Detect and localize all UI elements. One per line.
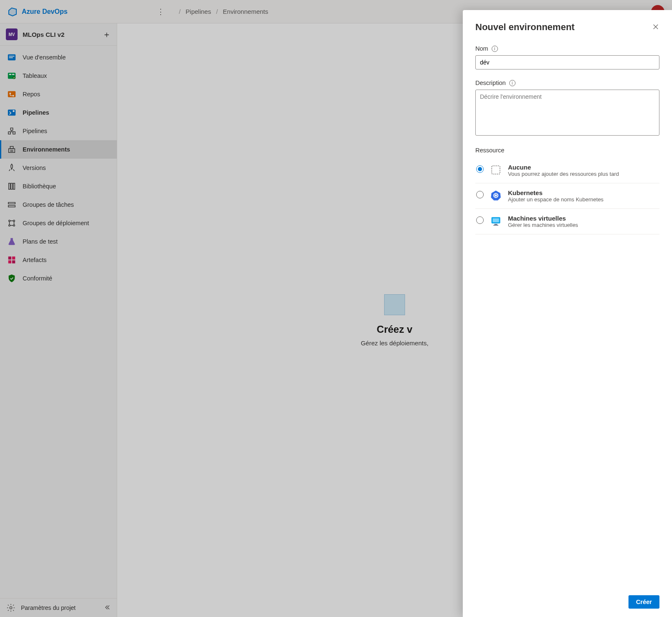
sidebar-item-overview[interactable]: Vue d'ensemble xyxy=(0,48,117,67)
main-subtitle: Gérez les déploiements, xyxy=(361,339,428,347)
taskgroups-icon xyxy=(7,200,17,210)
sidebar-item-pipelines-sub[interactable]: Pipelines xyxy=(0,122,117,140)
svg-rect-1 xyxy=(9,56,15,57)
library-icon xyxy=(7,181,17,191)
svg-rect-18 xyxy=(11,183,13,190)
brand-label: Azure DevOps xyxy=(22,8,67,15)
sidebar-item-pipelines[interactable]: Pipelines xyxy=(0,103,117,122)
pipelines-subnav: Pipelines Environnements Versions xyxy=(0,122,117,232)
resource-label: Ressource xyxy=(475,147,659,154)
radio-kubernetes[interactable] xyxy=(476,191,484,198)
breadcrumb: / Pipelines / Environnements xyxy=(179,8,268,15)
breadcrumb-pipelines[interactable]: Pipelines xyxy=(186,8,211,15)
radio-vm[interactable] xyxy=(476,216,484,224)
info-icon[interactable]: i xyxy=(509,80,516,86)
svg-rect-2 xyxy=(9,57,13,58)
environments-hero-icon xyxy=(384,294,405,315)
svg-rect-5 xyxy=(12,74,14,75)
description-label: Description xyxy=(475,80,506,86)
vm-icon xyxy=(490,215,502,227)
breadcrumb-sep: / xyxy=(216,8,218,15)
close-panel-button[interactable] xyxy=(652,23,659,32)
resource-subtitle: Vous pourrez ajouter des ressources plus… xyxy=(508,171,619,177)
svg-rect-36 xyxy=(495,224,498,225)
breadcrumb-environments[interactable]: Environnements xyxy=(223,8,268,15)
brand[interactable]: Azure DevOps xyxy=(8,7,67,17)
pipelines-sub-icon xyxy=(7,126,17,136)
resource-title: Aucune xyxy=(508,164,619,171)
sidebar-item-test[interactable]: Plans de test xyxy=(0,232,117,251)
resource-subtitle: Ajouter un espace de noms Kubernetes xyxy=(508,196,603,203)
nav-list: Vue d'ensemble Tableaux Repos Pipelines xyxy=(0,46,117,598)
project-settings[interactable]: Paramètres du projet xyxy=(0,598,117,617)
sidebar-item-environments[interactable]: Environnements xyxy=(0,140,117,159)
name-input[interactable] xyxy=(475,55,659,69)
svg-rect-37 xyxy=(493,225,498,226)
svg-rect-15 xyxy=(9,149,15,152)
svg-point-11 xyxy=(13,110,15,112)
sidebar-item-label: Vue d'ensemble xyxy=(23,54,66,61)
resource-title: Machines virtuelles xyxy=(508,215,578,222)
svg-rect-26 xyxy=(8,257,11,260)
sidebar-item-deploygroups[interactable]: Groupes de déploiement xyxy=(0,214,117,232)
svg-rect-10 xyxy=(8,110,15,116)
svg-rect-21 xyxy=(8,206,15,207)
environments-icon xyxy=(7,144,17,154)
svg-rect-31 xyxy=(492,166,500,174)
resource-subtitle: Gérer les machines virtuelles xyxy=(508,222,578,228)
resource-list: Aucune Vous pourrez ajouter des ressourc… xyxy=(475,158,659,234)
svg-point-8 xyxy=(10,93,11,94)
sidebar-item-label: Versions xyxy=(23,165,46,171)
description-input[interactable] xyxy=(475,90,659,136)
sidebar-item-taskgroups[interactable]: Groupes de tâches xyxy=(0,195,117,214)
new-environment-panel: Nouvel environnement Nom i Description i… xyxy=(463,10,672,617)
svg-point-22 xyxy=(9,220,10,222)
project-settings-label: Paramètres du projet xyxy=(21,604,76,611)
sidebar-item-releases[interactable]: Versions xyxy=(0,159,117,177)
more-menu-icon[interactable]: ⋮ xyxy=(157,7,164,16)
svg-rect-35 xyxy=(492,219,499,222)
svg-point-30 xyxy=(10,607,12,609)
svg-rect-14 xyxy=(10,128,13,131)
info-icon[interactable]: i xyxy=(492,46,498,52)
add-project-button[interactable]: ＋ xyxy=(103,29,111,40)
sidebar-item-label: Pipelines xyxy=(23,128,47,134)
create-button[interactable]: Créer xyxy=(628,595,659,609)
svg-rect-29 xyxy=(12,260,15,263)
project-header[interactable]: MV MLOps CLI v2 ＋ xyxy=(0,23,117,46)
svg-rect-20 xyxy=(8,203,15,204)
deploygroups-icon xyxy=(7,218,17,228)
svg-rect-4 xyxy=(9,74,11,75)
radio-none[interactable] xyxy=(476,165,484,173)
overview-icon xyxy=(7,52,17,62)
sidebar-item-repos[interactable]: Repos xyxy=(0,85,117,103)
sidebar-item-artifacts[interactable]: Artefacts xyxy=(0,251,117,269)
resource-title: Kubernetes xyxy=(508,189,603,196)
resource-option-none[interactable]: Aucune Vous pourrez ajouter des ressourc… xyxy=(475,158,659,183)
sidebar-item-compliance[interactable]: Conformité xyxy=(0,269,117,288)
svg-rect-17 xyxy=(9,183,10,190)
sidebar-item-boards[interactable]: Tableaux xyxy=(0,67,117,85)
compliance-icon xyxy=(7,273,17,283)
releases-icon xyxy=(7,163,17,173)
azure-devops-icon xyxy=(8,7,18,17)
project-name: MLOps CLI v2 xyxy=(23,31,64,38)
repos-icon xyxy=(7,89,17,99)
breadcrumb-sep: / xyxy=(179,8,180,15)
svg-rect-7 xyxy=(8,91,15,98)
svg-rect-16 xyxy=(10,147,13,149)
sidebar-item-label: Tableaux xyxy=(23,72,47,79)
sidebar-item-library[interactable]: Bibliothèque xyxy=(0,177,117,195)
svg-point-23 xyxy=(13,220,15,222)
sidebar-item-label: Groupes de déploiement xyxy=(23,220,89,226)
sidebar-item-label: Pipelines xyxy=(23,109,49,116)
sidebar-item-label: Plans de test xyxy=(23,238,58,245)
name-label: Nom xyxy=(475,45,488,52)
resource-option-vm[interactable]: Machines virtuelles Gérer les machines v… xyxy=(475,209,659,234)
sidebar: MV MLOps CLI v2 ＋ Vue d'ensemble Tableau… xyxy=(0,23,117,617)
project-badge: MV xyxy=(6,28,18,40)
kubernetes-icon xyxy=(490,189,502,202)
resource-option-kubernetes[interactable]: Kubernetes Ajouter un espace de noms Kub… xyxy=(475,183,659,209)
collapse-sidebar-icon[interactable] xyxy=(103,604,111,612)
sidebar-item-label: Artefacts xyxy=(23,257,46,263)
